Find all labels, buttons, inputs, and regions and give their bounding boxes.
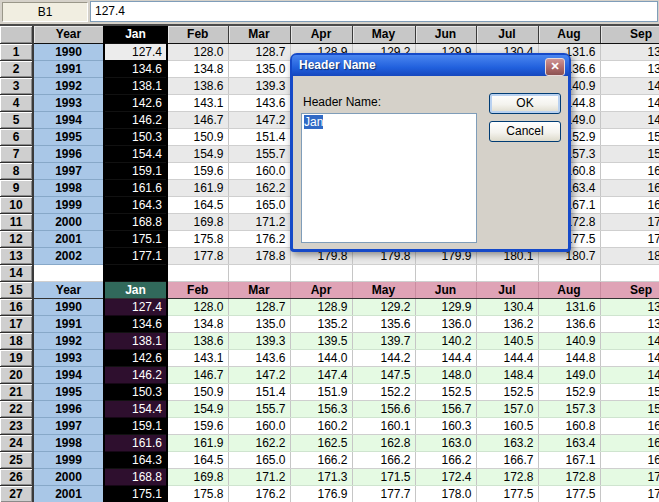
cell[interactable]: 176.9: [290, 485, 352, 502]
row-number[interactable]: 10: [0, 196, 33, 213]
cell[interactable]: 166.2: [352, 451, 415, 468]
cell[interactable]: 171.3: [290, 468, 352, 485]
cell[interactable]: 143.1: [167, 349, 228, 366]
cell[interactable]: 144.4: [415, 349, 476, 366]
cell[interactable]: 138.1: [104, 332, 167, 349]
cell[interactable]: 145.1: [600, 349, 659, 366]
cell[interactable]: 146.7: [167, 366, 228, 383]
column-header-aug[interactable]: Aug: [538, 26, 600, 43]
cell[interactable]: 156.6: [352, 400, 415, 417]
cell-year[interactable]: 1995: [33, 383, 104, 400]
row-number[interactable]: 18: [0, 332, 33, 349]
cell[interactable]: 147.5: [352, 366, 415, 383]
cell[interactable]: 138.6: [167, 332, 228, 349]
cell[interactable]: 161.6: [104, 179, 167, 196]
cell[interactable]: 144.0: [290, 349, 352, 366]
cell[interactable]: 136.0: [415, 315, 476, 332]
cell[interactable]: 154.4: [104, 400, 167, 417]
cell[interactable]: 159.6: [167, 417, 228, 434]
cell[interactable]: 175.1: [104, 485, 167, 502]
cell[interactable]: 142.6: [104, 94, 167, 111]
cell-year[interactable]: 1995: [33, 128, 104, 145]
cell[interactable]: 160.2: [290, 417, 352, 434]
cell[interactable]: 156.7: [415, 400, 476, 417]
row-number[interactable]: 26: [0, 468, 33, 485]
cell-year[interactable]: 1994: [33, 366, 104, 383]
row-number[interactable]: 17: [0, 315, 33, 332]
column-header-mar[interactable]: Mar: [228, 281, 290, 298]
cell[interactable]: 149.0: [538, 366, 600, 383]
cell[interactable]: 166.2: [415, 451, 476, 468]
cell[interactable]: 139.5: [290, 332, 352, 349]
cell[interactable]: 137.2: [600, 315, 659, 332]
cell[interactable]: 147.4: [290, 366, 352, 383]
cell-year[interactable]: 1992: [33, 77, 104, 94]
cell-empty[interactable]: [33, 264, 104, 281]
cell[interactable]: 171.5: [352, 468, 415, 485]
cell-year[interactable]: 1992: [33, 332, 104, 349]
cell[interactable]: 132.7: [600, 298, 659, 315]
cell[interactable]: 165.0: [228, 196, 290, 213]
cell[interactable]: 175.1: [104, 230, 167, 247]
cell[interactable]: 177.5: [538, 485, 600, 502]
cell[interactable]: 127.4: [104, 298, 167, 315]
cell[interactable]: 177.5: [476, 485, 538, 502]
cell[interactable]: 151.4: [228, 383, 290, 400]
cell-year[interactable]: 1997: [33, 162, 104, 179]
cell[interactable]: 151.4: [228, 128, 290, 145]
cell[interactable]: 139.3: [228, 332, 290, 349]
cell-year[interactable]: 1990: [33, 43, 104, 60]
cell[interactable]: 161.9: [167, 434, 228, 451]
cell[interactable]: 134.6: [104, 60, 167, 77]
corner-cell[interactable]: [0, 26, 33, 43]
cell[interactable]: 134.6: [104, 315, 167, 332]
cell[interactable]: 154.4: [104, 145, 167, 162]
cell[interactable]: 147.2: [228, 111, 290, 128]
column-header-may[interactable]: May: [352, 26, 415, 43]
row-number[interactable]: 23: [0, 417, 33, 434]
cell-empty[interactable]: [352, 264, 415, 281]
formula-input[interactable]: 127.4: [90, 1, 658, 22]
row-number[interactable]: 27: [0, 485, 33, 502]
cell-empty[interactable]: [600, 264, 659, 281]
dialog-titlebar[interactable]: Header Name: [292, 55, 569, 76]
cell[interactable]: 135.6: [352, 315, 415, 332]
cell[interactable]: 160.0: [228, 162, 290, 179]
cell[interactable]: 137.2: [600, 60, 659, 77]
cell-year[interactable]: 1990: [33, 298, 104, 315]
cell-year[interactable]: 1991: [33, 315, 104, 332]
close-icon[interactable]: ✕: [545, 58, 565, 76]
cell-year[interactable]: 1998: [33, 179, 104, 196]
row-number[interactable]: 19: [0, 349, 33, 366]
cell-year[interactable]: 1998: [33, 434, 104, 451]
column-header-feb[interactable]: Feb: [167, 281, 228, 298]
cell[interactable]: 162.5: [290, 434, 352, 451]
cell[interactable]: 165.0: [228, 451, 290, 468]
cell[interactable]: 144.2: [352, 349, 415, 366]
cell[interactable]: 143.6: [228, 349, 290, 366]
cell-reference-box[interactable]: B1: [2, 2, 88, 22]
cell[interactable]: 162.2: [228, 179, 290, 196]
cell[interactable]: 163.6: [600, 179, 659, 196]
cell[interactable]: 143.1: [167, 94, 228, 111]
cell[interactable]: 175.8: [167, 230, 228, 247]
cell[interactable]: 134.8: [167, 60, 228, 77]
cell-year[interactable]: 1993: [33, 94, 104, 111]
cell[interactable]: 164.5: [167, 196, 228, 213]
cell[interactable]: 160.5: [476, 417, 538, 434]
cell[interactable]: 141.3: [600, 77, 659, 94]
cell[interactable]: 152.5: [415, 383, 476, 400]
row-number[interactable]: 13: [0, 247, 33, 264]
cell[interactable]: 136.2: [476, 315, 538, 332]
cell[interactable]: 146.2: [104, 111, 167, 128]
cell[interactable]: 163.0: [415, 434, 476, 451]
cell-year[interactable]: 1999: [33, 451, 104, 468]
cell[interactable]: 159.1: [104, 417, 167, 434]
cell[interactable]: 145.1: [600, 94, 659, 111]
cell[interactable]: 172.8: [476, 468, 538, 485]
cell[interactable]: 163.6: [600, 434, 659, 451]
cell[interactable]: 146.2: [104, 366, 167, 383]
cell[interactable]: 131.6: [538, 298, 600, 315]
cancel-button[interactable]: Cancel: [489, 121, 561, 142]
column-header-aug[interactable]: Aug: [538, 281, 600, 298]
